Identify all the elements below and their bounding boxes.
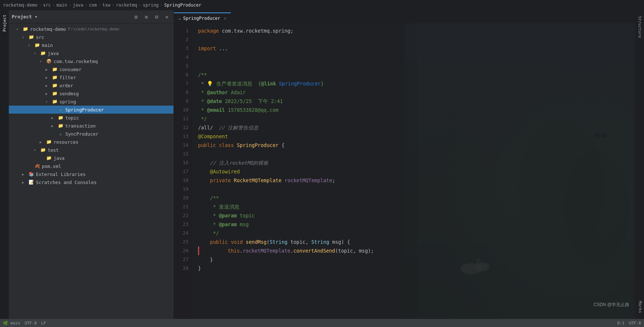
- status-encoding[interactable]: UTF-8: [25, 321, 37, 326]
- tree-arrow-main: ▾: [28, 43, 34, 47]
- title-bar: rocketmq-demo › src › main › java › com …: [0, 0, 644, 10]
- tree-label-pom: pom.xml: [42, 164, 61, 169]
- tree-item-sendmsg[interactable]: ▶ 📁 sendmsg: [9, 89, 173, 98]
- tree-label-src: src: [36, 34, 44, 40]
- folder-icon-transaction: 📁: [57, 123, 64, 128]
- tab-icon-springproducer: ☕: [178, 16, 181, 21]
- tab-close-springproducer[interactable]: ✕: [224, 16, 226, 21]
- panel-icon-list[interactable]: ≡: [143, 13, 150, 21]
- tree-label-transaction: transaction: [65, 123, 96, 129]
- tree-item-external-libs[interactable]: ▶ 📚 External Libraries: [9, 170, 173, 178]
- code-content-area[interactable]: package com.txw.rocketmq.spring; import …: [192, 23, 635, 319]
- tree-item-test[interactable]: ▾ 📁 test: [9, 146, 173, 154]
- tree-label-resources: resources: [54, 139, 78, 145]
- status-selection: UTF-8: [629, 321, 641, 326]
- folder-icon-resources: 📁: [45, 139, 52, 144]
- tree-item-scratches[interactable]: ▶ 📝 Scratches and Consoles: [9, 178, 173, 186]
- code-line-6: /**: [198, 70, 635, 79]
- breadcrumb-src[interactable]: src: [43, 3, 51, 8]
- panel-header: Project ▾ ⚙ ≡ ⊟ ✕: [9, 10, 173, 23]
- tree-arrow-syncproducer: [51, 132, 57, 136]
- breadcrumb-rocketmq[interactable]: rocketmq: [116, 3, 137, 8]
- tree-arrow-pom: [28, 164, 34, 168]
- sidebar-tab-project[interactable]: Project: [1, 12, 8, 34]
- code-line-7: * 💡 生产者发送消息 {@link SpringProducer}: [198, 79, 635, 88]
- tree-item-resources[interactable]: ▶ 📁 resources: [9, 138, 173, 146]
- panel-icon-expand[interactable]: ⊟: [153, 13, 160, 21]
- tree-arrow-rocketmq-demo: ▾: [16, 27, 22, 31]
- tree-label-scratches: Scratches and Consoles: [36, 180, 97, 185]
- file-tree[interactable]: ▾ 📁 rocketmq-demo F:\code\rocketmq-demo …: [9, 23, 173, 319]
- code-line-22: * @param topic: [198, 211, 635, 220]
- code-line-21: * 发送消息: [198, 202, 635, 211]
- folder-icon-order: 📁: [51, 83, 58, 88]
- breadcrumb-java[interactable]: java: [73, 3, 83, 8]
- breadcrumb-com[interactable]: com: [89, 3, 97, 8]
- tree-arrow-topic: ▶: [51, 116, 57, 120]
- tree-item-consumer[interactable]: ▶ 📁 consumer: [9, 65, 173, 73]
- tree-arrow-transaction: ▶: [51, 124, 57, 128]
- tree-label-syncproducer: SyncProducer: [65, 131, 98, 137]
- tree-label-sendmsg: sendmsg: [59, 91, 79, 96]
- status-bar: 🌿 main UTF-8 LF 8:1 UTF-8: [0, 319, 644, 327]
- breadcrumb-main[interactable]: main: [56, 3, 67, 8]
- code-line-2: [198, 35, 635, 44]
- breadcrumb-txw[interactable]: txw: [102, 3, 110, 8]
- java-file-icon-springproducer: ☕: [57, 107, 64, 112]
- folder-icon-com-txw: 📦: [45, 59, 52, 64]
- tree-item-java-test[interactable]: 📁 java: [9, 154, 173, 162]
- tree-item-spring[interactable]: ▾ 📁 spring: [9, 98, 173, 106]
- tree-item-transaction[interactable]: ▶ 📁 transaction: [9, 122, 173, 130]
- status-linesep[interactable]: LF: [41, 321, 46, 326]
- tree-item-main[interactable]: ▾ 📁 main: [9, 41, 173, 49]
- tree-item-syncproducer[interactable]: ☕ SyncProducer: [9, 130, 173, 138]
- code-line-8: * @author Adair: [198, 88, 635, 97]
- code-line-26: this.rocketMQTemplate.convertAndSend(top…: [198, 246, 635, 255]
- tree-label-java: java: [48, 51, 59, 56]
- sidebar-left-tabs: Project: [0, 10, 9, 319]
- folder-icon-java: 📁: [40, 51, 46, 56]
- scratches-icon: 📝: [28, 180, 34, 185]
- tree-item-src[interactable]: ▾ 📁 src: [9, 33, 173, 41]
- tree-label-filter: filter: [59, 75, 76, 80]
- xml-file-icon-pom: 🍂: [34, 164, 40, 169]
- tree-arrow-spring: ▾: [45, 100, 51, 104]
- tree-arrow-com-txw: ▾: [40, 59, 45, 63]
- status-cursor: 8:1: [617, 321, 625, 326]
- tree-label-main: main: [42, 43, 53, 48]
- structure-tab[interactable]: Structure: [636, 13, 644, 41]
- tree-label-external-libs: External Libraries: [36, 172, 85, 177]
- tree-item-filter[interactable]: ▶ 📁 filter: [9, 73, 173, 81]
- breadcrumb-springproducer[interactable]: SpringProducer: [164, 3, 201, 8]
- panel-title[interactable]: Project ▾: [12, 14, 129, 19]
- panel-icon-close[interactable]: ✕: [163, 13, 171, 21]
- tree-label-topic: topic: [65, 115, 79, 121]
- tree-label-java-test: java: [54, 155, 65, 161]
- tree-item-java[interactable]: ▾ 📁 java: [9, 49, 173, 57]
- folder-icon-consumer: 📁: [51, 67, 58, 72]
- tree-arrow-resources: ▶: [40, 140, 45, 144]
- tree-label-test: test: [48, 147, 59, 153]
- tab-label-springproducer: SpringProducer: [183, 16, 220, 21]
- tree-item-topic[interactable]: ▶ 📁 topic: [9, 114, 173, 122]
- tree-label-spring: spring: [59, 99, 76, 104]
- panel-icon-settings[interactable]: ⚙: [132, 13, 140, 21]
- marks-tab[interactable]: Marks: [635, 298, 644, 316]
- tree-item-rocketmq-demo[interactable]: ▾ 📁 rocketmq-demo F:\code\rocketmq-demo: [9, 25, 173, 33]
- tree-item-order[interactable]: ▶ 📁 order: [9, 81, 173, 89]
- breadcrumb-spring[interactable]: spring: [143, 3, 158, 8]
- editor-area: ☕ SpringProducer ✕ 1 2 3 4 5 6 7 8 9 10 …: [174, 10, 635, 319]
- status-branch: 🌿 main: [3, 321, 20, 326]
- folder-icon-filter: 📁: [51, 75, 58, 80]
- tree-arrow-springproducer: [51, 108, 57, 112]
- tree-item-com-txw[interactable]: ▾ 📦 com.txw.rocketmq: [9, 57, 173, 65]
- tree-item-springproducer[interactable]: ☕ SpringProducer: [9, 106, 173, 114]
- breadcrumb-rocketmq-demo[interactable]: rocketmq-demo: [3, 3, 37, 8]
- tree-arrow-java-test: [40, 156, 45, 160]
- code-line-9: * @date 2022/5/25 下午 2:41: [198, 97, 635, 106]
- tab-springproducer[interactable]: ☕ SpringProducer ✕: [174, 12, 231, 23]
- tree-item-pom-xml[interactable]: 🍂 pom.xml: [9, 162, 173, 170]
- folder-icon-src: 📁: [28, 34, 34, 40]
- tree-arrow-src: ▾: [22, 35, 28, 39]
- tree-arrow-java: ▾: [34, 51, 40, 55]
